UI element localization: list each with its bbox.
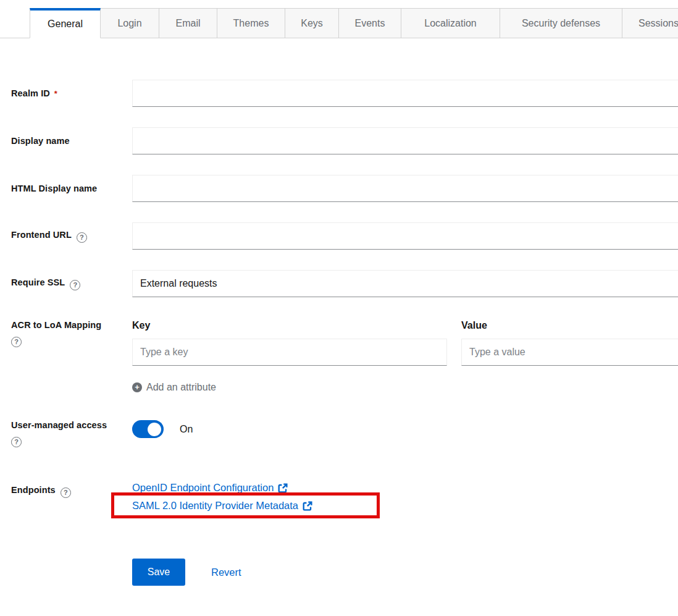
tab-localization[interactable]: Localization bbox=[401, 8, 500, 38]
tab-email[interactable]: Email bbox=[159, 8, 217, 38]
plus-circle-icon: + bbox=[132, 382, 142, 392]
acr-key-column-header: Key bbox=[132, 320, 447, 331]
require-ssl-help-icon[interactable]: ? bbox=[70, 280, 80, 290]
form-row-user-managed-access: User-managed access ? On bbox=[0, 420, 678, 447]
add-attribute-button[interactable]: + Add an attribute bbox=[132, 382, 216, 393]
tab-sessions[interactable]: Sessions bbox=[622, 8, 678, 38]
openid-endpoint-line: OpenID Endpoint Configuration bbox=[132, 479, 678, 497]
form-row-display-name: Display name bbox=[0, 127, 678, 154]
required-asterisk: * bbox=[54, 89, 57, 98]
toggle-knob bbox=[148, 423, 161, 436]
frontend-url-help-icon[interactable]: ? bbox=[77, 232, 87, 243]
require-ssl-label: Require SSL bbox=[11, 277, 65, 287]
external-link-icon bbox=[302, 500, 313, 512]
tab-login[interactable]: Login bbox=[101, 8, 159, 38]
revert-button[interactable]: Revert bbox=[211, 567, 241, 578]
tab-general[interactable]: General bbox=[30, 8, 101, 38]
html-display-name-label: HTML Display name bbox=[11, 184, 97, 193]
external-link-icon bbox=[277, 483, 288, 494]
acr-loa-mapping-help-icon[interactable]: ? bbox=[11, 337, 22, 347]
toggle-state-label: On bbox=[180, 424, 193, 435]
acr-value-input[interactable] bbox=[461, 339, 678, 366]
frontend-url-label: Frontend URL bbox=[11, 230, 72, 240]
display-name-input[interactable] bbox=[132, 127, 678, 154]
html-display-name-input[interactable] bbox=[132, 175, 678, 202]
general-settings-form: Realm ID* Display name HTML Display name… bbox=[0, 38, 678, 586]
save-button[interactable]: Save bbox=[132, 559, 185, 586]
realm-id-input[interactable] bbox=[132, 80, 678, 107]
openid-endpoint-configuration-link[interactable]: OpenID Endpoint Configuration bbox=[132, 482, 288, 494]
add-attribute-label: Add an attribute bbox=[146, 382, 216, 393]
form-row-require-ssl: Require SSL? External requests bbox=[0, 270, 678, 297]
endpoints-help-icon[interactable]: ? bbox=[61, 487, 71, 498]
tab-security-defenses[interactable]: Security defenses bbox=[500, 8, 622, 38]
user-managed-access-help-icon[interactable]: ? bbox=[11, 437, 22, 447]
user-managed-access-label: User-managed access bbox=[11, 420, 132, 430]
endpoints-label: Endpoints bbox=[11, 485, 56, 495]
display-name-label: Display name bbox=[11, 136, 70, 146]
openid-endpoint-link-label: OpenID Endpoint Configuration bbox=[132, 482, 274, 494]
tab-themes[interactable]: Themes bbox=[217, 8, 285, 38]
saml-metadata-link-label: SAML 2.0 Identity Provider Metadata bbox=[132, 500, 298, 512]
acr-key-input[interactable] bbox=[132, 339, 447, 366]
tab-keys[interactable]: Keys bbox=[285, 8, 339, 38]
form-row-acr-loa-mapping: ACR to LoA Mapping ? Key Value + Add an … bbox=[0, 320, 678, 393]
user-managed-access-toggle[interactable] bbox=[132, 420, 164, 438]
saml-metadata-line: SAML 2.0 Identity Provider Metadata bbox=[132, 497, 678, 515]
tab-events[interactable]: Events bbox=[339, 8, 401, 38]
frontend-url-input[interactable] bbox=[132, 222, 678, 250]
form-row-html-display-name: HTML Display name bbox=[0, 175, 678, 202]
form-row-endpoints: Endpoints? OpenID Endpoint Configuration… bbox=[0, 479, 678, 515]
form-actions: Save Revert bbox=[0, 559, 678, 586]
acr-value-column-header: Value bbox=[461, 320, 678, 331]
form-row-frontend-url: Frontend URL? bbox=[0, 222, 678, 250]
realm-id-label: Realm ID bbox=[11, 88, 50, 98]
saml-identity-provider-metadata-link[interactable]: SAML 2.0 Identity Provider Metadata bbox=[132, 500, 313, 512]
tab-bar-left-spacer bbox=[0, 8, 30, 38]
realm-settings-tab-bar: General Login Email Themes Keys Events L… bbox=[0, 8, 678, 38]
form-row-realm-id: Realm ID* bbox=[0, 80, 678, 107]
acr-loa-mapping-label: ACR to LoA Mapping bbox=[11, 320, 132, 330]
require-ssl-select[interactable]: External requests bbox=[132, 270, 678, 297]
